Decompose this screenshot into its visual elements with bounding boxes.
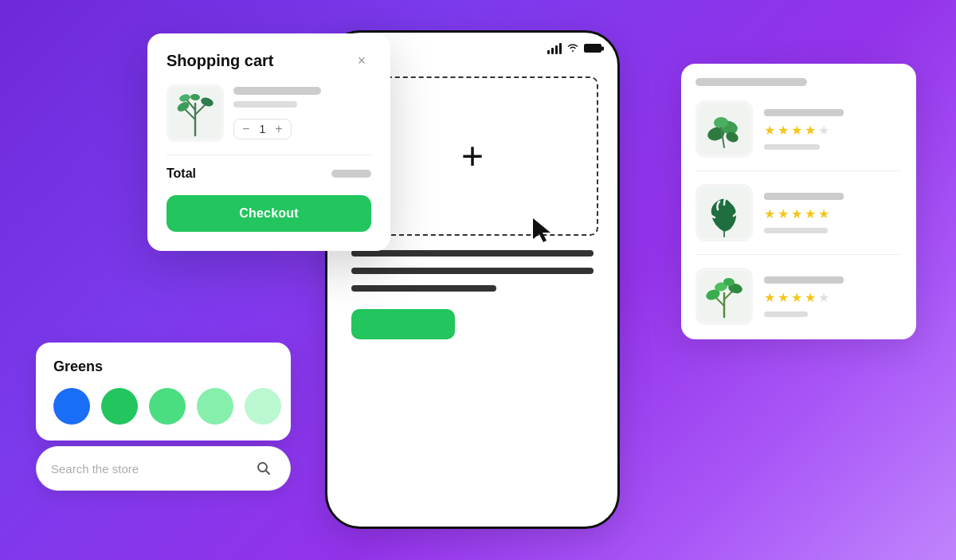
star-3-3: ★ bbox=[791, 290, 802, 305]
color-dot-green1[interactable] bbox=[101, 388, 138, 425]
product-info-3: ★ ★ ★ ★ ★ bbox=[764, 276, 902, 317]
star-2-1: ★ bbox=[764, 206, 775, 221]
eucalyptus-svg bbox=[170, 88, 221, 139]
product-sub-bar-3 bbox=[764, 311, 808, 317]
color-dot-green3[interactable] bbox=[197, 388, 233, 425]
product-image-3 bbox=[695, 268, 753, 325]
product-sub-bar-1 bbox=[764, 144, 820, 150]
product-item-1[interactable]: ★ ★ ★ ★ ★ bbox=[695, 100, 902, 171]
cursor-icon bbox=[533, 218, 555, 244]
product-name-bar-1 bbox=[764, 109, 844, 116]
stars-3: ★ ★ ★ ★ ★ bbox=[764, 290, 902, 305]
product-sub-bar-2 bbox=[764, 228, 828, 233]
product-info-1: ★ ★ ★ ★ ★ bbox=[764, 109, 902, 150]
cart-item-sub-bar bbox=[233, 101, 297, 108]
shopping-cart-card: Shopping cart × − bbox=[147, 33, 390, 251]
star-2-5: ★ bbox=[818, 206, 829, 221]
cart-item: − 1 + bbox=[167, 84, 371, 142]
checkout-button[interactable]: Checkout bbox=[167, 195, 371, 232]
svg-line-11 bbox=[266, 471, 270, 475]
svg-marker-9 bbox=[533, 218, 550, 242]
cart-item-name-bar bbox=[233, 87, 321, 95]
product-name-bar-2 bbox=[764, 193, 844, 200]
cart-item-image bbox=[167, 84, 224, 142]
signal-bar-3 bbox=[555, 45, 558, 54]
star-1-1: ★ bbox=[764, 123, 775, 138]
signal-bar-1 bbox=[547, 50, 550, 54]
cart-close-button[interactable]: × bbox=[352, 51, 371, 70]
star-1-5: ★ bbox=[818, 123, 829, 138]
color-dot-blue[interactable] bbox=[53, 388, 90, 425]
stars-2: ★ ★ ★ ★ ★ bbox=[764, 206, 902, 221]
greens-card: Greens bbox=[36, 343, 291, 441]
product-item-2[interactable]: ★ ★ ★ ★ ★ bbox=[695, 184, 902, 255]
signal-bar-2 bbox=[551, 48, 554, 54]
product-image-1 bbox=[695, 100, 753, 158]
star-2-3: ★ bbox=[791, 206, 802, 221]
cart-header: Shopping cart × bbox=[167, 51, 371, 70]
cart-divider bbox=[167, 155, 371, 155]
cart-quantity-control: − 1 + bbox=[233, 119, 292, 139]
star-3-5: ★ bbox=[818, 290, 829, 305]
quantity-value: 1 bbox=[257, 123, 267, 135]
signal-bars-icon bbox=[547, 43, 562, 54]
star-3-4: ★ bbox=[805, 290, 816, 305]
star-2-2: ★ bbox=[778, 206, 789, 221]
star-2-4: ★ bbox=[805, 206, 816, 221]
search-bar[interactable]: Search the store bbox=[36, 446, 291, 491]
search-placeholder: Search the store bbox=[51, 462, 139, 476]
text-line-3 bbox=[351, 285, 496, 292]
stars-1: ★ ★ ★ ★ ★ bbox=[764, 123, 902, 138]
product-list-header-bar bbox=[695, 78, 807, 86]
cart-total-value bbox=[331, 170, 371, 178]
product-item-3[interactable]: ★ ★ ★ ★ ★ bbox=[695, 268, 902, 325]
product-list-card: ★ ★ ★ ★ ★ ★ ★ bbox=[681, 64, 916, 339]
battery-icon bbox=[584, 44, 601, 53]
greens-title: Greens bbox=[53, 358, 273, 375]
color-dot-green2[interactable] bbox=[149, 388, 186, 425]
content-text-lines bbox=[351, 250, 594, 292]
product-name-bar-3 bbox=[764, 276, 844, 284]
star-1-3: ★ bbox=[791, 123, 802, 138]
cart-total-row: Total bbox=[167, 166, 371, 181]
cart-item-details: − 1 + bbox=[233, 87, 371, 139]
color-palette bbox=[53, 388, 273, 425]
search-icon bbox=[252, 456, 276, 480]
cart-title: Shopping cart bbox=[167, 52, 273, 70]
color-dot-green4[interactable] bbox=[245, 388, 281, 425]
phone-action-button[interactable] bbox=[351, 309, 455, 339]
text-line-1 bbox=[351, 250, 594, 257]
quantity-increase-button[interactable]: + bbox=[275, 123, 282, 135]
add-icon: + bbox=[461, 137, 484, 175]
product-image-2 bbox=[695, 184, 753, 241]
star-3-1: ★ bbox=[764, 290, 775, 305]
star-1-4: ★ bbox=[805, 123, 816, 138]
signal-bar-4 bbox=[559, 43, 562, 54]
wifi-icon bbox=[566, 42, 579, 54]
star-1-2: ★ bbox=[778, 123, 789, 138]
product-info-2: ★ ★ ★ ★ ★ bbox=[764, 193, 902, 233]
text-line-2 bbox=[351, 268, 594, 274]
quantity-decrease-button[interactable]: − bbox=[242, 123, 249, 135]
cart-total-label: Total bbox=[167, 166, 196, 181]
star-3-2: ★ bbox=[778, 290, 789, 305]
